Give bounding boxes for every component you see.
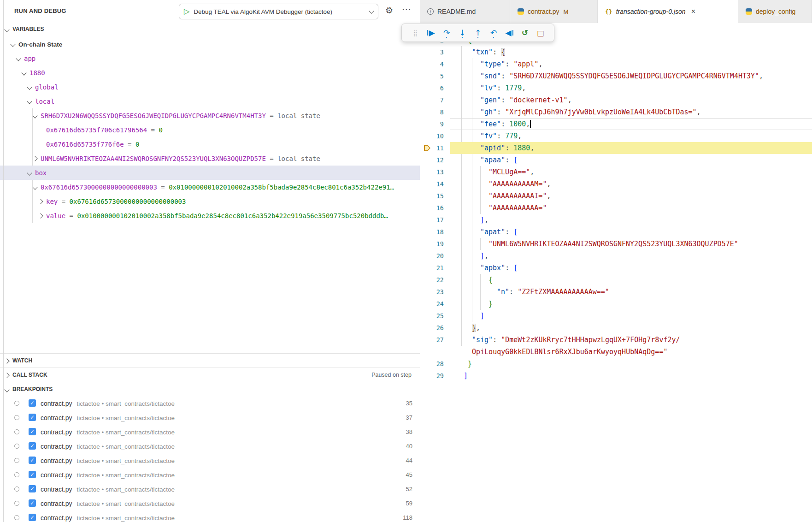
code-line-17[interactable]: 17],: [420, 214, 812, 226]
tree-item-0x67616d6573[interactable]: 0x67616d65735f776f6e = 0: [0, 137, 420, 151]
tree-item-local[interactable]: local: [0, 94, 420, 108]
tree-item-SRH6D7XU2N6W[interactable]: SRH6D7XU2N6WQQ5SSYDQFG5ESO6JWEQIDPGLUGYC…: [0, 108, 420, 123]
breakpoints-section-header[interactable]: BREAKPOINTS: [0, 382, 420, 396]
code-line-15[interactable]: 15"AAAAAAAAAAI=",: [420, 190, 812, 202]
line-number[interactable]: 7: [420, 94, 450, 106]
breakpoint-row[interactable]: ✓contract.pytictactoe • smart_contracts/…: [0, 482, 420, 496]
code-line-19[interactable]: 19"UNML6W5NVHRIKTEOZAA4NI2SWQROSGNFNY2QS…: [420, 238, 812, 250]
line-number[interactable]: 29: [420, 370, 450, 382]
line-number[interactable]: 6: [420, 82, 450, 94]
line-number[interactable]: 13: [420, 166, 450, 178]
tree-item-key[interactable]: key = 0x67616d6573000000000000000003: [0, 194, 420, 208]
breakpoint-checkbox[interactable]: ✓: [29, 442, 36, 450]
code-line-25[interactable]: 25]: [420, 310, 812, 322]
line-number[interactable]: 16: [420, 202, 450, 214]
code-line-10[interactable]: 10"fv": 779,: [420, 130, 812, 142]
step-over-icon[interactable]: ↷: [441, 27, 453, 39]
breakpoint-checkbox[interactable]: ✓: [29, 399, 36, 407]
tree-item-0x67616d6573[interactable]: 0x67616d6573000000000000000003 = 0x01000…: [0, 180, 420, 194]
code-line-wrap[interactable]: OpiLouqyG0kkEDLBNlsr6RxXJbu6arKwyoyqHUbN…: [420, 346, 812, 358]
restart-icon[interactable]: ↺: [519, 27, 531, 39]
tree-item-value[interactable]: value = 0x010000000102010002a358bf5bada9…: [0, 208, 420, 223]
breakpoint-row[interactable]: ✓contract.pytictactoe • smart_contracts/…: [0, 510, 420, 522]
breakpoint-checkbox[interactable]: ✓: [29, 514, 36, 521]
code-line-6[interactable]: 6"lv": 1779,: [420, 82, 812, 94]
line-number[interactable]: 14: [420, 178, 450, 190]
chevron-down-icon[interactable]: [32, 184, 37, 190]
line-number[interactable]: 18: [420, 226, 450, 238]
tab-readme-md[interactable]: iREADME.md: [420, 0, 510, 23]
line-number[interactable]: [420, 346, 450, 358]
code-line-22[interactable]: 22{: [420, 274, 812, 286]
code-line-26[interactable]: 26},: [420, 322, 812, 334]
chevron-down-icon[interactable]: [27, 84, 32, 89]
tree-item-UNML6W5NVHRI[interactable]: UNML6W5NVHRIKTEOZAA4NI2SWQROSGNFNY2QS523…: [0, 151, 420, 166]
breakpoint-checkbox[interactable]: ✓: [29, 485, 36, 492]
step-into-icon[interactable]: ↓: [456, 27, 468, 39]
line-number[interactable]: 15: [420, 190, 450, 202]
line-number[interactable]: 25: [420, 310, 450, 322]
breakpoint-row[interactable]: ✓contract.pytictactoe • smart_contracts/…: [0, 496, 420, 510]
code-line-27[interactable]: 27"sig": "DmeWt2zKUkRryc7tHHHapwzLgqUX+7…: [420, 334, 812, 346]
breakpoint-checkbox[interactable]: ✓: [29, 499, 36, 507]
line-number[interactable]: 27: [420, 334, 450, 346]
start-debug-icon[interactable]: ▷: [184, 8, 189, 15]
code-line-21[interactable]: 21"apbx": [: [420, 262, 812, 274]
code-line-20[interactable]: 20],: [420, 250, 812, 262]
chevron-down-icon[interactable]: [27, 170, 32, 175]
chevron-down-icon[interactable]: [21, 70, 26, 75]
line-number[interactable]: 28: [420, 358, 450, 370]
line-number[interactable]: 3: [420, 46, 450, 58]
tree-item-box[interactable]: box: [0, 166, 420, 180]
line-number[interactable]: 19: [420, 238, 450, 250]
continue-icon[interactable]: ▶: [425, 27, 437, 39]
tab-contract-py[interactable]: contract.pyM: [510, 0, 598, 23]
breakpoint-checkbox[interactable]: ✓: [29, 471, 36, 478]
tree-item-0x67616d6573[interactable]: 0x67616d65735f706c61796564 = 0: [0, 123, 420, 137]
line-number[interactable]: 21: [420, 262, 450, 274]
chevron-down-icon[interactable]: [16, 56, 21, 61]
code-line-18[interactable]: 18"apat": [: [420, 226, 812, 238]
chevron-down-icon[interactable]: [10, 42, 15, 47]
code-line-4[interactable]: 4"type": "appl",: [420, 58, 812, 70]
tab-deploy-config[interactable]: deploy_config: [738, 0, 812, 23]
code-line-13[interactable]: 13"MCLUgA==",: [420, 166, 812, 178]
code-line-9[interactable]: 9"fee": 1000,: [420, 118, 812, 130]
stop-icon[interactable]: □: [535, 27, 547, 39]
close-icon[interactable]: ×: [691, 8, 695, 15]
variables-section-header[interactable]: VARIABLES: [0, 22, 420, 36]
line-number[interactable]: 22: [420, 274, 450, 286]
debug-configuration-dropdown[interactable]: ▷ Debug TEAL via AlgoKit AVM Debugger (t…: [179, 4, 378, 19]
tree-item-app[interactable]: app: [0, 51, 420, 65]
tree-item-On-chain Sta[interactable]: On-chain State: [0, 37, 420, 51]
code-line-5[interactable]: 5"snd": "SRH6D7XU2N6WQQ5SSYDQFG5ESO6JWEQ…: [420, 70, 812, 82]
step-out-icon[interactable]: ↑: [472, 27, 484, 39]
chevron-right-icon[interactable]: [38, 213, 43, 218]
code-line-24[interactable]: 24}: [420, 298, 812, 310]
line-number[interactable]: 23: [420, 286, 450, 298]
line-number[interactable]: 24: [420, 298, 450, 310]
line-number[interactable]: 9: [420, 118, 450, 130]
line-number[interactable]: 26: [420, 322, 450, 334]
breakpoint-row[interactable]: ✓contract.pytictactoe • smart_contracts/…: [0, 453, 420, 468]
line-number[interactable]: 17: [420, 214, 450, 226]
breakpoint-checkbox[interactable]: ✓: [29, 414, 36, 421]
code-line-28[interactable]: 28}: [420, 358, 812, 370]
tree-item-1880[interactable]: 1880: [0, 65, 420, 80]
code-line-16[interactable]: 16"AAAAAAAAAAA=": [420, 202, 812, 214]
code-line-11[interactable]: 11"apid": 1880,: [420, 142, 812, 154]
chevron-right-icon[interactable]: [38, 199, 43, 204]
tab-transaction-group-0-json[interactable]: {}transaction-group-0.json×: [598, 0, 738, 23]
breakpoint-checkbox[interactable]: ✓: [29, 457, 36, 464]
line-number[interactable]: 5: [420, 70, 450, 82]
more-actions-icon[interactable]: ⋯: [402, 4, 412, 15]
code-line-7[interactable]: 7"gen": "dockernet-v1",: [420, 94, 812, 106]
call-stack-section-header[interactable]: CALL STACK Paused on step: [0, 368, 420, 382]
chevron-down-icon[interactable]: [27, 99, 32, 104]
chevron-down-icon[interactable]: [32, 113, 37, 118]
code-editor[interactable]: 2{3"txn": {4"type": "appl",5"snd": "SRH6…: [420, 23, 812, 382]
line-number[interactable]: 4: [420, 58, 450, 70]
code-line-14[interactable]: 14"AAAAAAAAAAM=",: [420, 178, 812, 190]
line-number[interactable]: 20: [420, 250, 450, 262]
breakpoint-row[interactable]: ✓contract.pytictactoe • smart_contracts/…: [0, 410, 420, 425]
